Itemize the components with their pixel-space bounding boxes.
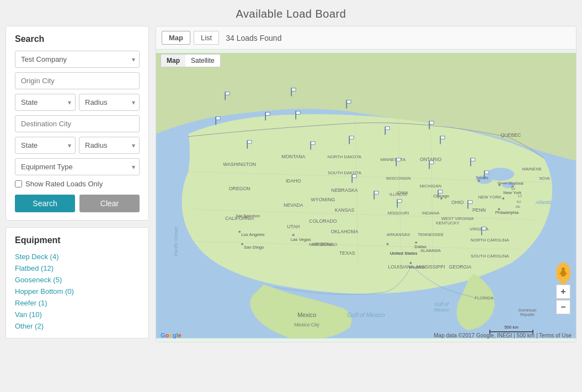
map-view-map-button[interactable]: Map [161, 55, 185, 67]
svg-text:NJ: NJ [517, 200, 521, 203]
tab-map[interactable]: Map [162, 31, 190, 45]
search-buttons-row: Search Clear [15, 195, 140, 212]
search-panel-title: Search [15, 34, 140, 44]
svg-rect-128 [386, 127, 389, 130]
search-form: Test Company Company A Company B State A… [15, 51, 140, 212]
equipment-hopper-bottom-link[interactable]: Hopper Bottom (0) [15, 287, 74, 296]
svg-point-67 [502, 197, 504, 200]
flag-marker[interactable] [263, 111, 273, 121]
flag-marker[interactable] [289, 87, 298, 97]
origin-state-wrapper: State ALAKAZ CACOFL GATX [15, 94, 76, 111]
svg-text:San Francisco: San Francisco [236, 214, 260, 218]
svg-text:500 km: 500 km [504, 325, 519, 330]
svg-text:Mexico City: Mexico City [295, 322, 320, 327]
show-rated-loads-label: Show Rated Loads Only [25, 180, 103, 188]
map-attribution: Map data ©2017 Google, INEGI | 500 km | … [434, 332, 572, 339]
svg-text:Gulf of: Gulf of [434, 302, 449, 307]
clear-button[interactable]: Clear [79, 195, 140, 212]
svg-rect-149 [485, 171, 489, 174]
svg-text:United States: United States [390, 251, 418, 256]
list-item: Flatbed (12) [15, 264, 140, 272]
search-panel: Search Test Company Company A Company B [6, 26, 149, 221]
svg-text:NOVA: NOVA [540, 176, 550, 180]
list-item: Other (2) [15, 321, 140, 330]
svg-text:FLORIDA: FLORIDA [475, 296, 494, 300]
svg-rect-158 [439, 190, 442, 193]
flag-marker[interactable] [222, 91, 232, 101]
svg-point-51 [238, 230, 241, 233]
flag-marker[interactable] [468, 157, 478, 167]
map-view-toggle: Map Satellite [161, 54, 221, 67]
flag-marker[interactable] [465, 200, 475, 210]
dest-state-radius-row: State ALAKAZ CACOFL GATX Radius 25 mi50 … [15, 137, 140, 154]
svg-text:UTAH: UTAH [287, 224, 300, 229]
svg-text:Mexico: Mexico [434, 307, 449, 313]
svg-rect-161 [468, 201, 472, 203]
search-button[interactable]: Search [15, 195, 75, 212]
dest-radius-wrapper: Radius 25 mi50 mi 100 mi200 mi [79, 137, 140, 154]
flag-marker[interactable] [293, 110, 303, 120]
origin-radius-select[interactable]: Radius 25 mi50 mi 100 mi200 mi [79, 94, 140, 111]
flag-marker[interactable] [426, 120, 436, 130]
svg-rect-110 [266, 112, 270, 115]
flag-marker[interactable] [393, 157, 403, 167]
svg-text:CT: CT [518, 195, 522, 198]
svg-rect-131 [430, 121, 434, 124]
svg-text:COLORADO: COLORADO [309, 218, 337, 224]
svg-text:MONTANA: MONTANA [281, 154, 305, 159]
flag-marker[interactable] [479, 226, 489, 236]
show-rated-loads-checkbox[interactable] [15, 180, 22, 187]
flag-marker[interactable] [244, 139, 254, 149]
dest-radius-select[interactable]: Radius 25 mi50 mi 100 mi200 mi [79, 137, 140, 154]
flag-marker[interactable] [349, 174, 359, 184]
svg-text:WASHINGTON: WASHINGTON [223, 162, 256, 167]
origin-state-select[interactable]: State ALAKAZ CACOFL GATX [15, 94, 76, 111]
svg-rect-104 [292, 88, 296, 91]
flag-marker[interactable] [213, 116, 223, 126]
flag-marker[interactable] [371, 190, 381, 200]
svg-text:NEBRASKA: NEBRASKA [332, 187, 358, 193]
flag-marker[interactable] [344, 99, 354, 109]
flag-marker[interactable] [346, 135, 356, 145]
flag-marker[interactable] [482, 170, 492, 180]
company-select[interactable]: Test Company Company A Company B [15, 51, 140, 68]
flag-marker[interactable] [437, 135, 447, 145]
flag-marker[interactable] [435, 189, 445, 199]
dest-state-select[interactable]: State ALAKAZ CACOFL GATX [15, 137, 76, 154]
tab-list[interactable]: List [194, 31, 219, 45]
equipment-gooseneck-link[interactable]: Gooseneck (5) [15, 276, 62, 284]
equipment-list: Step Deck (4) Flatbed (12) Gooseneck (5)… [15, 252, 140, 330]
flag-marker[interactable] [394, 198, 404, 208]
dest-city-input[interactable] [15, 115, 140, 132]
svg-rect-101 [226, 92, 229, 95]
zoom-out-button[interactable]: − [556, 300, 570, 314]
equipment-flatbed-link[interactable]: Flatbed (12) [15, 264, 54, 272]
equipment-van-link[interactable]: Van (10) [15, 310, 42, 319]
map-container: Map List 34 Loads Found Gulf of Me [156, 26, 576, 342]
right-panel: Map List 34 Loads Found Gulf of Me [156, 26, 576, 342]
svg-text:SOUTH CAROLINA: SOUTH CAROLINA [471, 254, 509, 259]
svg-text:OHIO: OHIO [451, 200, 464, 205]
zoom-in-button[interactable]: + [556, 284, 570, 299]
svg-text:OKLAHOMA: OKLAHOMA [331, 229, 359, 234]
svg-text:MISSOURI: MISSOURI [388, 211, 409, 216]
equipment-other-link[interactable]: Other (2) [15, 322, 44, 330]
equipment-type-select[interactable]: Equipment Type Step Deck Flatbed Goosene… [15, 158, 140, 175]
origin-city-input[interactable] [15, 72, 140, 89]
svg-text:OREGON: OREGON [229, 186, 250, 191]
svg-text:NEW YORK: NEW YORK [478, 195, 502, 200]
svg-rect-107 [216, 117, 220, 120]
flag-marker[interactable] [426, 160, 436, 170]
map-view-satellite-button[interactable]: Satellite [185, 55, 220, 67]
flag-marker[interactable] [382, 126, 392, 136]
svg-text:Philadelphia: Philadelphia [495, 210, 519, 215]
map-area[interactable]: Gulf of Mexico Atlantic Pacific Ocean [156, 50, 576, 342]
svg-text:NORTH DAKOTA: NORTH DAKOTA [328, 154, 362, 159]
street-view-pegman[interactable] [556, 262, 570, 282]
svg-text:VT: VT [511, 187, 516, 191]
flag-marker[interactable] [308, 141, 318, 151]
svg-rect-122 [311, 142, 315, 144]
equipment-step-deck-link[interactable]: Step Deck (4) [15, 253, 58, 261]
svg-rect-116 [347, 100, 351, 103]
equipment-reefer-link[interactable]: Reefer (1) [15, 299, 47, 307]
